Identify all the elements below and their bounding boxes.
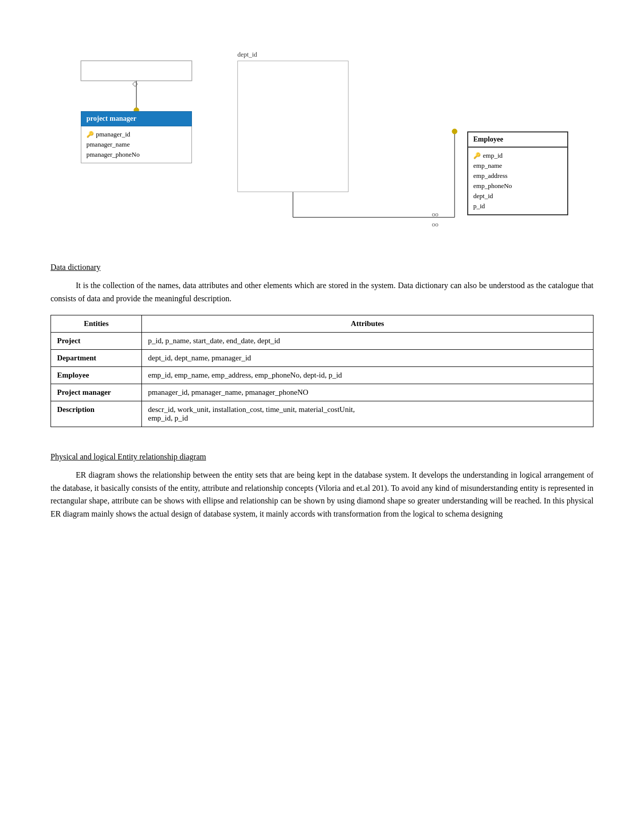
col-attributes: Attributes [142, 315, 593, 333]
attributes-cell: pmanager_id, pmanager_name, pmanager_pho… [142, 384, 593, 401]
table-row: Departmentdept_id, dept_name, pmanager_i… [51, 350, 593, 367]
svg-text:oo: oo [432, 210, 438, 218]
entity-cell: Employee [51, 367, 142, 384]
attributes-cell: emp_id, emp_name, emp_address, emp_phone… [142, 367, 593, 384]
emp-field-pid: p_id [473, 201, 562, 211]
emp-field-id: 🔑 emp_id [473, 151, 562, 161]
project-manager-fields: 🔑 pmanager_id pmanager_name pmanager_pho… [81, 126, 192, 163]
pm-field-name: pmanager_name [86, 140, 186, 150]
svg-point-7 [452, 129, 457, 134]
employee-entity: Employee 🔑 emp_id emp_name emp_address e… [467, 131, 568, 215]
entity-cell: Description [51, 401, 142, 427]
entity-cell: Department [51, 350, 142, 367]
physical-logical-paragraph: ER diagram shows the relationship betwee… [51, 469, 593, 520]
physical-logical-title: Physical and logical Entity relationship… [51, 452, 593, 461]
emp-field-deptid: dept_id [473, 191, 562, 201]
er-diagram-area: ◇ oo oo dept_id project manager [51, 30, 593, 243]
data-dictionary-paragraph: It is the collection of the names, data … [51, 279, 593, 305]
table-header-row: Entities Attributes [51, 315, 593, 333]
project-manager-title: project manager [81, 111, 192, 126]
table-row: Project managerpmanager_id, pmanager_nam… [51, 384, 593, 401]
attributes-cell: dept_id, dept_name, pmanager_id [142, 350, 593, 367]
project-entity-box [81, 61, 192, 81]
attributes-cell: descr_id, work_unit, installation_cost, … [142, 401, 593, 427]
employee-title: Employee [467, 131, 568, 148]
svg-text:◇: ◇ [132, 80, 138, 87]
pm-field-phone: pmanager_phoneNo [86, 150, 186, 160]
data-dictionary-title: Data dictionary [51, 263, 593, 272]
entity-cell: Project [51, 333, 142, 350]
key-icon-pm: 🔑 [86, 131, 94, 138]
emp-field-name: emp_name [473, 161, 562, 171]
table-row: Employeeemp_id, emp_name, emp_address, e… [51, 367, 593, 384]
table-row: Descriptiondescr_id, work_unit, installa… [51, 401, 593, 427]
project-manager-entity: project manager 🔑 pmanager_id pmanager_n… [81, 111, 192, 163]
data-dictionary-table: Entities Attributes Projectp_id, p_name,… [51, 315, 593, 427]
pm-field-id: 🔑 pmanager_id [86, 129, 186, 140]
emp-field-phone: emp_phoneNo [473, 181, 562, 191]
page: ◇ oo oo dept_id project manager [0, 0, 644, 834]
table-row: Projectp_id, p_name, start_date, end_dat… [51, 333, 593, 350]
entity-cell: Project manager [51, 384, 142, 401]
key-icon-emp: 🔑 [473, 152, 481, 160]
physical-logical-section: Physical and logical Entity relationship… [51, 452, 593, 520]
dept-id-label: dept_id [237, 51, 257, 59]
col-entities: Entities [51, 315, 142, 333]
data-dictionary-section: Data dictionary It is the collection of … [51, 263, 593, 427]
svg-text:oo: oo [432, 220, 438, 228]
department-box [237, 61, 349, 192]
employee-fields: 🔑 emp_id emp_name emp_address emp_phoneN… [467, 148, 568, 215]
attributes-cell: p_id, p_name, start_date, end_date, dept… [142, 333, 593, 350]
emp-field-address: emp_address [473, 171, 562, 181]
